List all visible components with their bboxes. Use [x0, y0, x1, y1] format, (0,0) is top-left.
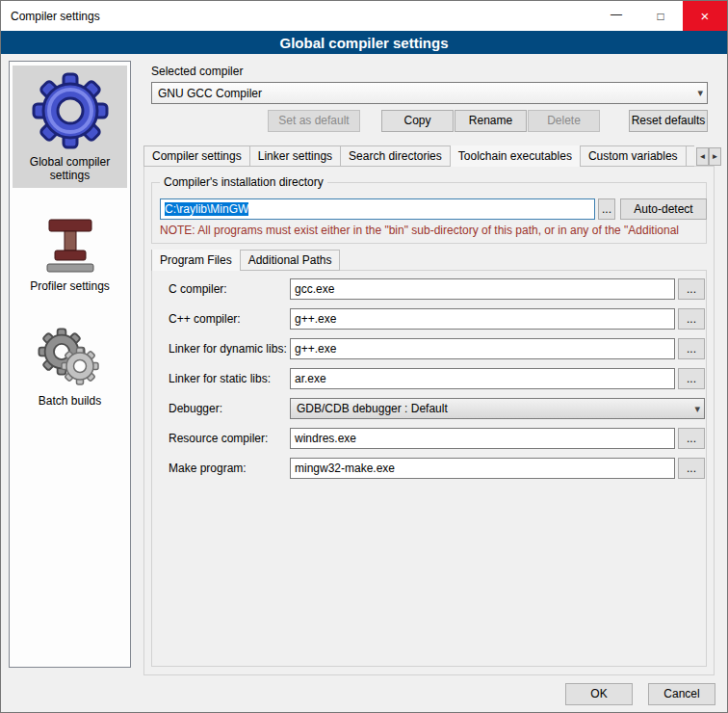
maximize-icon: □ — [657, 10, 663, 23]
dynamic-linker-browse-button[interactable]: ... — [678, 338, 705, 359]
sidebar-item-global-compiler-settings[interactable]: Global compiler settings — [13, 66, 127, 188]
chevron-down-icon: ▾ — [694, 403, 700, 415]
close-button[interactable]: × — [683, 1, 727, 31]
installation-directory-value: C:\raylib\MinGW — [165, 202, 248, 216]
cancel-button[interactable]: Cancel — [648, 683, 715, 705]
sidebar-item-batch-builds[interactable]: Batch builds — [13, 322, 127, 413]
cpp-compiler-input[interactable]: g++.exe — [290, 308, 675, 330]
tab-program-files[interactable]: Program Files — [151, 250, 241, 271]
dynamic-linker-label: Linker for dynamic libs: — [169, 338, 290, 359]
window-controls: — □ × — [594, 1, 727, 31]
installation-directory-group-title: Compiler's installation directory — [160, 175, 327, 189]
resource-compiler-input[interactable]: windres.exe — [290, 428, 675, 449]
dynamic-linker-input[interactable]: g++.exe — [290, 338, 675, 359]
dynamic-linker-value: g++.exe — [295, 342, 336, 356]
settings-tab-strip: Compiler settings Linker settings Search… — [143, 145, 694, 167]
static-linker-input[interactable]: ar.exe — [290, 368, 675, 389]
batch-builds-icon — [37, 327, 104, 390]
resource-compiler-value: windres.exe — [295, 432, 356, 445]
make-program-value: mingw32-make.exe — [295, 462, 395, 475]
title-bar: Compiler settings — □ × — [1, 1, 727, 31]
chevron-down-icon: ▾ — [693, 87, 703, 99]
sidebar-item-label: Batch builds — [39, 394, 101, 408]
program-files-form: C compiler: gcc.exe ... C++ compiler: g+… — [169, 278, 705, 488]
tab-build-options[interactable]: Buil — [686, 145, 694, 167]
page-title: Global compiler settings — [1, 31, 727, 54]
c-compiler-label: C compiler: — [169, 278, 290, 300]
profiler-icon — [41, 216, 99, 276]
tab-scroll-left-button[interactable]: ◄ — [696, 147, 709, 166]
compiler-settings-dialog: Compiler settings — □ × Global compiler … — [0, 0, 728, 713]
sidebar-item-profiler-settings[interactable]: Profiler settings — [13, 211, 127, 299]
cpp-compiler-row: C++ compiler: g++.exe ... — [169, 308, 705, 330]
debugger-select[interactable]: GDB/CDB debugger : Default ▾ — [290, 398, 705, 419]
debugger-row: Debugger: GDB/CDB debugger : Default ▾ — [169, 398, 705, 419]
sidebar-item-label: Profiler settings — [30, 279, 110, 293]
tab-linker-settings[interactable]: Linker settings — [249, 145, 341, 167]
make-program-label: Make program: — [169, 458, 290, 479]
resource-compiler-browse-button[interactable]: ... — [678, 428, 705, 449]
window-title: Compiler settings — [1, 10, 100, 23]
static-linker-row: Linker for static libs: ar.exe ... — [169, 368, 705, 389]
debugger-value: GDB/CDB debugger : Default — [297, 402, 694, 415]
c-compiler-browse-button[interactable]: ... — [678, 278, 705, 300]
directory-note: NOTE: All programs must exist either in … — [160, 224, 707, 237]
tab-toolchain-executables[interactable]: Toolchain executables — [450, 145, 581, 167]
compiler-select[interactable]: GNU GCC Compiler ▾ — [151, 82, 708, 104]
tab-scroll-right-button[interactable]: ► — [709, 147, 721, 166]
minimize-icon: — — [611, 8, 622, 21]
maximize-button[interactable]: □ — [638, 1, 683, 31]
c-compiler-input[interactable]: gcc.exe — [290, 278, 675, 300]
make-program-row: Make program: mingw32-make.exe ... — [169, 458, 705, 479]
delete-button: Delete — [528, 110, 600, 132]
reset-defaults-button[interactable]: Reset defaults — [629, 110, 708, 132]
make-program-input[interactable]: mingw32-make.exe — [290, 458, 675, 479]
ok-button[interactable]: OK — [565, 683, 633, 705]
cpp-compiler-label: C++ compiler: — [169, 308, 290, 330]
debugger-label: Debugger: — [169, 398, 290, 419]
cpp-compiler-value: g++.exe — [295, 312, 336, 326]
static-linker-browse-button[interactable]: ... — [678, 368, 705, 389]
auto-detect-button[interactable]: Auto-detect — [620, 198, 707, 220]
installation-directory-input[interactable]: C:\raylib\MinGW — [160, 198, 595, 220]
close-icon: × — [701, 8, 710, 24]
settings-sidebar: Global compiler settings Profiler settin… — [9, 61, 131, 668]
c-compiler-value: gcc.exe — [295, 282, 334, 296]
gear-icon — [30, 70, 111, 151]
cpp-compiler-browse-button[interactable]: ... — [678, 308, 705, 330]
resource-compiler-label: Resource compiler: — [169, 428, 290, 449]
static-linker-label: Linker for static libs: — [169, 368, 290, 389]
copy-button[interactable]: Copy — [381, 110, 454, 132]
tab-custom-variables[interactable]: Custom variables — [580, 145, 687, 167]
tab-additional-paths[interactable]: Additional Paths — [240, 250, 341, 271]
dynamic-linker-row: Linker for dynamic libs: g++.exe ... — [169, 338, 705, 359]
program-files-tab-strip: Program Files Additional Paths — [151, 250, 440, 271]
static-linker-value: ar.exe — [295, 372, 326, 385]
sidebar-item-label: Global compiler settings — [14, 155, 125, 182]
tab-compiler-settings[interactable]: Compiler settings — [143, 145, 250, 167]
compiler-select-value: GNU GCC Compiler — [158, 87, 693, 100]
selected-compiler-label: Selected compiler — [151, 65, 243, 78]
resource-compiler-row: Resource compiler: windres.exe ... — [169, 428, 705, 449]
directory-browse-button[interactable]: ... — [598, 198, 615, 220]
arrow-right-icon: ► — [712, 152, 719, 161]
minimize-button[interactable]: — — [594, 1, 638, 31]
make-program-browse-button[interactable]: ... — [678, 458, 705, 479]
c-compiler-row: C compiler: gcc.exe ... — [169, 278, 705, 300]
arrow-left-icon: ◄ — [699, 152, 707, 161]
rename-button[interactable]: Rename — [455, 110, 527, 132]
set-as-default-button: Set as default — [268, 110, 360, 132]
tab-search-directories[interactable]: Search directories — [340, 145, 451, 167]
